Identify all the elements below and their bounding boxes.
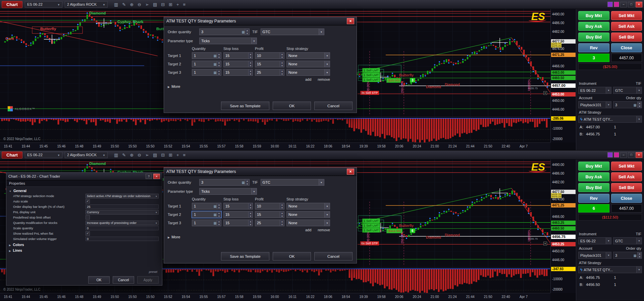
crosshair-icon[interactable]: + bbox=[176, 153, 179, 158]
parameter-type-select[interactable]: Ticks bbox=[199, 38, 257, 44]
maximize-button[interactable]: □ bbox=[628, 152, 635, 158]
close-icon[interactable] bbox=[153, 174, 160, 179]
stop-loss-input[interactable]: 15 bbox=[223, 203, 253, 209]
target-quantity-input[interactable]: 1 bbox=[192, 52, 221, 59]
atm-dialog-titlebar[interactable]: ATM TEST QTY Strategy Parameters bbox=[164, 17, 357, 25]
buy-bid-button[interactable]: Buy Bid bbox=[578, 33, 609, 42]
instrument-select[interactable]: ES 06-22 bbox=[25, 152, 62, 158]
panel-instrument-select[interactable]: ES 06-22 bbox=[578, 237, 611, 244]
stepper[interactable] bbox=[248, 61, 253, 67]
chart-trader-icon[interactable]: ⊟ bbox=[161, 2, 165, 7]
buy-bid-button[interactable]: Buy Bid bbox=[578, 183, 609, 192]
chart-menu-button[interactable]: Chart bbox=[2, 152, 22, 159]
sell-ask-button[interactable]: Sell Ask bbox=[611, 172, 642, 181]
draw-pencil-icon[interactable]: ✎ bbox=[122, 153, 126, 158]
sell-bid-button[interactable]: Sell Bid bbox=[611, 183, 642, 192]
panel-instrument-select[interactable]: ES 06-22 bbox=[578, 87, 611, 94]
ok-button[interactable]: OK bbox=[273, 102, 311, 110]
panel-tif-select[interactable]: GTC bbox=[613, 87, 642, 94]
stop-loss-input[interactable]: 15 bbox=[223, 61, 253, 67]
ok-button[interactable]: OK bbox=[273, 252, 311, 260]
properties-dialog-titlebar[interactable]: Chart - ES 06-22 - Chart Trader ? bbox=[6, 173, 162, 180]
stop-strategy-select[interactable]: None bbox=[286, 220, 330, 226]
indicators-icon[interactable]: ▤ bbox=[153, 153, 157, 158]
target-quantity-input[interactable]: 1 bbox=[192, 61, 221, 67]
properties-list-icon[interactable]: ≡ bbox=[183, 2, 186, 7]
buy-ask-button[interactable]: Buy Ask bbox=[578, 22, 609, 31]
property-input[interactable]: 0 bbox=[86, 226, 159, 230]
account-select[interactable]: Playback101 bbox=[578, 252, 611, 259]
stepper[interactable] bbox=[248, 212, 253, 218]
quantity-stepper[interactable] bbox=[217, 220, 221, 226]
stop-loss-input[interactable]: 15 bbox=[223, 52, 253, 59]
close-button[interactable]: × bbox=[636, 152, 642, 158]
chart-style-icon[interactable]: ▥ bbox=[114, 153, 118, 158]
stepper[interactable] bbox=[280, 212, 284, 218]
stepper[interactable] bbox=[248, 69, 253, 75]
remove-target-link[interactable]: remove bbox=[318, 77, 330, 81]
tif-select[interactable]: GTC bbox=[261, 179, 324, 186]
property-select[interactable]: Currency bbox=[86, 210, 159, 215]
cancel-button[interactable]: Cancel bbox=[314, 102, 353, 110]
color-swatch[interactable] bbox=[614, 152, 619, 158]
zoom-in-icon[interactable]: ⊕ bbox=[130, 2, 133, 7]
atm-strategy-select[interactable]: ATM TEST QTY... bbox=[578, 266, 642, 273]
zoom-in-icon[interactable]: ⊕ bbox=[130, 153, 133, 158]
stop-strategy-select[interactable]: None bbox=[286, 61, 330, 67]
cursor-icon[interactable]: ➢ bbox=[145, 153, 149, 158]
section-lines[interactable]: Lines bbox=[6, 247, 162, 253]
quantity-stepper[interactable] bbox=[217, 61, 221, 67]
properties-list-icon[interactable]: ≡ bbox=[183, 153, 186, 158]
maximize-button[interactable]: □ bbox=[628, 2, 635, 7]
profit-input[interactable]: 10 bbox=[255, 52, 284, 59]
color-swatch[interactable] bbox=[607, 2, 613, 7]
target-quantity-input[interactable]: 1 bbox=[192, 220, 221, 226]
quantity-stepper[interactable] bbox=[637, 102, 642, 108]
stop-strategy-select[interactable]: None bbox=[286, 69, 330, 76]
buy-mkt-button[interactable]: Buy Mkt bbox=[578, 162, 609, 171]
time-axis[interactable]: 15:4115:4415:4515:4615:4815:4915:5015:50… bbox=[0, 142, 550, 150]
time-axis[interactable]: 15:4115:4415:4515:4615:4815:4915:5015:50… bbox=[0, 293, 550, 301]
crosshair-icon[interactable]: + bbox=[176, 2, 179, 7]
data-series-icon[interactable]: ⊞ bbox=[169, 153, 172, 158]
profit-input[interactable]: 15 bbox=[255, 211, 284, 218]
profit-input[interactable]: 25 bbox=[255, 69, 284, 76]
chart-menu-button[interactable]: Chart bbox=[2, 1, 22, 8]
stepper[interactable] bbox=[280, 220, 284, 226]
order-qty-input[interactable]: 3 bbox=[613, 101, 642, 108]
property-checkbox[interactable] bbox=[86, 215, 90, 220]
property-select[interactable]: Increase quantity of preexisting order bbox=[86, 221, 159, 225]
sell-mkt-button[interactable]: Sell Mkt bbox=[611, 11, 642, 20]
quantity-stepper[interactable] bbox=[245, 179, 249, 185]
data-series-icon[interactable]: ⊞ bbox=[169, 2, 172, 7]
profit-input[interactable]: 10 bbox=[255, 203, 284, 209]
add-target-link[interactable]: add bbox=[305, 77, 311, 81]
stepper[interactable] bbox=[280, 203, 284, 209]
stop-strategy-select[interactable]: None bbox=[286, 203, 330, 209]
indicators-icon[interactable]: ▤ bbox=[153, 2, 157, 7]
help-button[interactable]: ? bbox=[146, 174, 152, 179]
close-button[interactable]: × bbox=[636, 2, 642, 7]
stop-strategy-select[interactable]: None bbox=[286, 52, 330, 59]
panel-tif-select[interactable]: GTC bbox=[613, 237, 642, 244]
minimize-button[interactable]: – bbox=[620, 152, 627, 158]
target-quantity-input[interactable]: 1 bbox=[192, 203, 221, 209]
cancel-button[interactable]: Cancel bbox=[314, 252, 353, 260]
section-general[interactable]: General bbox=[6, 188, 162, 193]
instrument-select[interactable]: ES 06-22 bbox=[25, 1, 62, 8]
account-select[interactable]: Playback101 bbox=[578, 101, 611, 108]
stepper[interactable] bbox=[248, 203, 253, 209]
property-input[interactable]: 0 bbox=[86, 237, 159, 241]
section-colors[interactable]: Colors bbox=[6, 242, 162, 247]
preset-link[interactable]: preset bbox=[149, 270, 157, 274]
price-axis[interactable]: 4490.004486.004482.004477.504476.254475.… bbox=[550, 160, 576, 293]
remove-target-link[interactable]: remove bbox=[318, 228, 330, 232]
close-icon[interactable] bbox=[347, 18, 354, 24]
close-position-button[interactable]: Close bbox=[611, 194, 642, 203]
color-swatch[interactable] bbox=[614, 2, 619, 7]
color-swatch[interactable] bbox=[607, 152, 613, 158]
stepper[interactable] bbox=[248, 220, 253, 226]
tif-select[interactable]: GTC bbox=[261, 28, 324, 35]
quantity-stepper[interactable] bbox=[217, 53, 221, 59]
stepper[interactable] bbox=[248, 53, 253, 59]
